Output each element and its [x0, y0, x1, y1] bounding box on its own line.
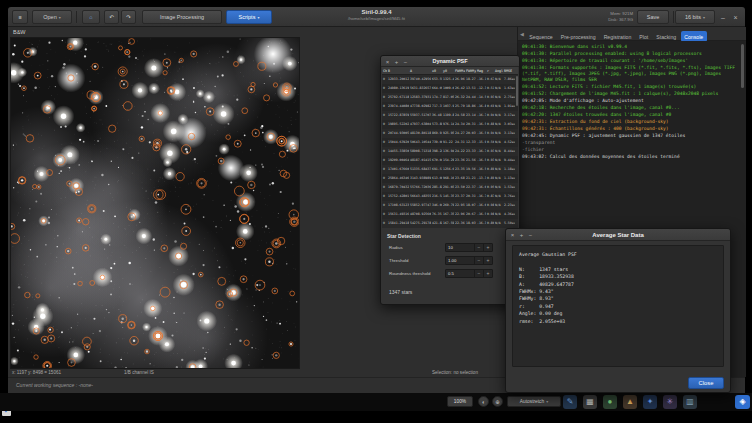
- negative-view-toggle[interactable]: ◐: [478, 396, 489, 407]
- psf-row[interactable]: 017108.63123655852.977477346.04269.7922.…: [382, 201, 518, 210]
- tabs-scroll-left-icon[interactable]: ◀: [518, 31, 526, 37]
- psf-cell: 216.54: [431, 192, 442, 201]
- psf-col-a[interactable]: A: [409, 67, 431, 74]
- psf-cell: 4.52e+03: [503, 138, 515, 147]
- psf-cell: 3.17e+03: [503, 111, 515, 120]
- psf-table-scrollbar[interactable]: [516, 76, 518, 106]
- text-editor-icon[interactable]: ✎: [563, 395, 577, 409]
- chevron-down-icon: ▾: [59, 15, 61, 20]
- spin-increment-button[interactable]: +: [483, 244, 492, 251]
- console-log: 09:41:30: Bienvenue dans siril v0.99.409…: [522, 44, 742, 160]
- window-minimize-button[interactable]: –: [718, 12, 728, 23]
- psf-row[interactable]: 017401.67660651335.684375691.511256.6123…: [382, 165, 518, 174]
- image-viewer-icon[interactable]: ▲: [623, 395, 637, 409]
- psf-row[interactable]: 025792.67118612583.379318174.77817.0526.…: [382, 93, 518, 102]
- psf-col-x0[interactable]: x0: [431, 67, 442, 74]
- psf-cell: 0.678: [486, 75, 494, 84]
- spin-increment-button[interactable]: +: [483, 270, 492, 277]
- psf-row[interactable]: 019895.52202447937.638041573.88976.1424.…: [382, 120, 518, 129]
- psf-col-b[interactable]: B: [387, 67, 409, 74]
- psf-cell: 20.03": [465, 129, 476, 138]
- average-star-data-dialog: × + − Average Star Data Average Gaussian…: [505, 228, 731, 393]
- spin-increment-button[interactable]: +: [483, 257, 492, 264]
- psf-cell: 22.36": [454, 219, 465, 228]
- psf-row[interactable]: 016879.70432755766.720368285.82291.0323.…: [382, 183, 518, 192]
- home-button[interactable]: ⌂: [82, 10, 100, 24]
- psf-col-fwhmy[interactable]: FWHMy: [465, 67, 476, 74]
- psf-cell: 869.91: [431, 129, 442, 138]
- camera-icon[interactable]: ●: [603, 395, 617, 409]
- active-window-icon[interactable]: ◈: [735, 395, 750, 409]
- display-mode-dropdown[interactable]: Autostretch▾: [507, 396, 561, 407]
- psf-cell: 817.05: [442, 93, 454, 102]
- radius-spinbox[interactable]: 10−+: [445, 243, 493, 252]
- psf-cell: N/A: [494, 102, 503, 111]
- psf-row[interactable]: 012933.20012739740.429568653.591325.4126…: [382, 75, 518, 84]
- zoom-level-box[interactable]: 100%: [447, 396, 473, 407]
- chart-app-icon[interactable]: ▥: [683, 395, 697, 409]
- spin-decrement-button[interactable]: −: [474, 257, 483, 264]
- psf-cell: 48708.925600: [409, 210, 431, 219]
- psf-col-rmse[interactable]: RMSE: [503, 67, 515, 74]
- psf-cell: -16.58: [476, 210, 486, 219]
- psf-dialog-titlebar[interactable]: × + − Dynamic PSF: [381, 56, 519, 67]
- roundness-threshold-spinbox[interactable]: 0.5−+: [445, 269, 493, 278]
- psf-cell: N/A: [494, 219, 503, 228]
- psf-cell: 91.22: [442, 138, 454, 147]
- hamburger-menu-button[interactable]: ≡: [12, 10, 28, 24]
- siril-icon[interactable]: ✦: [643, 395, 657, 409]
- psf-cell: 1.91e+03: [503, 102, 515, 111]
- spin-decrement-button[interactable]: −: [474, 244, 483, 251]
- psf-cell: 0.892: [486, 165, 494, 174]
- close-button[interactable]: Close: [688, 377, 724, 389]
- redo-button[interactable]: ↷: [121, 10, 136, 24]
- psf-col-y0[interactable]: y0: [442, 67, 454, 74]
- psf-cell: 3143.938989: [409, 174, 431, 183]
- psf-col-mag[interactable]: Mag: [476, 67, 486, 74]
- psf-col-r[interactable]: r: [486, 67, 494, 74]
- psf-row[interactable]: 024980.1361955631.832657664.051009.0526.…: [382, 84, 518, 93]
- psf-row[interactable]: 015044.63920150643.105443739.0891.2224.3…: [382, 138, 518, 147]
- psf-cell: 16879.704327: [387, 183, 409, 192]
- image-viewer-glyph: ▲: [626, 398, 634, 406]
- psf-cell: 976.14: [442, 120, 454, 129]
- bit-depth-dropdown[interactable]: 16 bits▾: [675, 10, 715, 24]
- redo-icon: ↷: [126, 14, 131, 20]
- save-button[interactable]: Save: [637, 10, 669, 24]
- open-button[interactable]: Open▾: [32, 10, 72, 24]
- psf-cell: 1.53e+03: [503, 183, 515, 192]
- undo-button[interactable]: ↶: [104, 10, 119, 24]
- psf-row[interactable]: 025864.4634603143.938989613.08968.1623.6…: [382, 174, 518, 183]
- spin-decrement-button[interactable]: −: [474, 270, 483, 277]
- psf-row[interactable]: 015841.29418254275.291786421.82167.5922.…: [382, 219, 518, 228]
- psf-row[interactable]: 023974.44080747738.029822717.311037.9025…: [382, 102, 518, 111]
- psf-row[interactable]: 015752.42801256643.483558216.54145.3523.…: [382, 192, 518, 201]
- psf-cell: 24.44": [465, 93, 476, 102]
- psf-cell: 19895.522024: [387, 120, 409, 129]
- psf-col-angle[interactable]: Angle: [494, 67, 503, 74]
- galaxy-app-icon[interactable]: ✳: [663, 395, 677, 409]
- psf-cell: N/A: [494, 75, 503, 84]
- psf-row[interactable]: 020744.93005148130.801184869.91925.9524.…: [382, 129, 518, 138]
- psf-row[interactable]: 015722.87859855937.51707536.481199.8224.…: [382, 111, 518, 120]
- psf-row[interactable]: 015631.49316148708.92560076.35167.3522.9…: [382, 210, 518, 219]
- psf-row[interactable]: 019209.00464448187.014154670.04154.2923.…: [382, 156, 518, 165]
- window-close-button[interactable]: ×: [730, 12, 741, 23]
- console-scrollbar[interactable]: [741, 44, 744, 88]
- psf-cell: 24.58": [454, 111, 465, 120]
- image-processing-menu-button[interactable]: Image Processing: [142, 10, 222, 24]
- psf-col-fwhmx[interactable]: FWHMx: [454, 67, 465, 74]
- app-grid-icon[interactable]: ▦: [583, 395, 597, 409]
- psf-cell: 54275.291786: [409, 219, 431, 228]
- psf-row[interactable]: 014455.33850058908.713187398.28136.9424.…: [382, 147, 518, 156]
- psf-cell: 15841.294182: [387, 219, 409, 228]
- psf-cell: 23.36": [454, 156, 465, 165]
- crosshair-toggle[interactable]: ⊕: [492, 396, 503, 407]
- scripts-menu-button[interactable]: Scripts▾: [226, 10, 272, 24]
- psf-cell: 17401.676606: [387, 165, 409, 174]
- psf-cell: N/A: [494, 210, 503, 219]
- avg-dialog-titlebar[interactable]: × + − Average Star Data: [506, 229, 730, 241]
- threshold-spinbox[interactable]: 1.00−+: [445, 256, 493, 265]
- spinbox-value: 10: [446, 244, 474, 251]
- astro-image-view[interactable]: [10, 37, 300, 369]
